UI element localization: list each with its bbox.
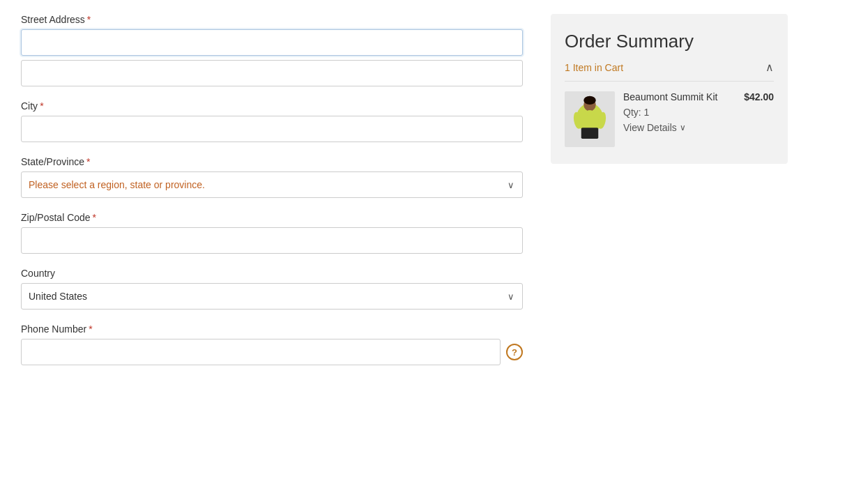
order-summary-header: 1 Item in Cart ∧	[565, 61, 774, 82]
zip-postal-label: Zip/Postal Code*	[21, 212, 523, 223]
state-province-select[interactable]: Please select a region, state or provinc…	[21, 171, 523, 198]
items-in-cart: 1 Item in Cart	[565, 62, 623, 73]
country-select[interactable]: United States Canada United Kingdom Aust…	[21, 283, 523, 310]
zip-required: *	[93, 212, 96, 223]
street-address-required: *	[87, 14, 91, 25]
svg-point-6	[583, 96, 596, 105]
country-group: Country United States Canada United King…	[21, 268, 523, 310]
svg-rect-3	[581, 128, 599, 139]
item-details: Beaumont Summit Kit $42.00 Qty: 1 View D…	[623, 91, 774, 133]
city-group: City*	[21, 100, 523, 142]
phone-input[interactable]	[21, 339, 501, 365]
street-address-label: Street Address*	[21, 14, 523, 25]
item-thumbnail	[565, 91, 615, 147]
country-label: Country	[21, 268, 523, 279]
svg-point-2	[586, 110, 594, 116]
phone-label-text: Phone Number	[21, 323, 86, 335]
street-address-line2-input[interactable]	[21, 60, 523, 86]
city-required: *	[40, 100, 43, 112]
phone-row: ?	[21, 339, 523, 365]
state-required: *	[86, 156, 90, 167]
city-label: City*	[21, 100, 523, 112]
item-name-price-row: Beaumont Summit Kit $42.00	[623, 91, 774, 102]
zip-postal-input[interactable]	[21, 227, 523, 254]
street-address-label-text: Street Address	[21, 14, 85, 25]
street-address-group: Street Address*	[21, 14, 523, 86]
street-address-line1-input[interactable]	[21, 29, 523, 56]
phone-required: *	[89, 323, 92, 335]
state-province-label: State/Province*	[21, 156, 523, 167]
order-summary-panel: Order Summary 1 Item in Cart ∧	[551, 14, 788, 164]
form-section: Street Address* City* State/Province* Pl…	[21, 14, 523, 490]
order-summary-title: Order Summary	[565, 31, 774, 52]
zip-postal-group: Zip/Postal Code*	[21, 212, 523, 254]
state-province-group: State/Province* Please select a region, …	[21, 156, 523, 198]
view-details-button[interactable]: View Details ∨	[623, 122, 686, 133]
product-image-svg	[569, 95, 611, 144]
item-name: Beaumont Summit Kit	[623, 91, 717, 102]
page-wrapper: Street Address* City* State/Province* Pl…	[0, 0, 847, 504]
zip-postal-label-text: Zip/Postal Code	[21, 212, 91, 223]
phone-label: Phone Number*	[21, 323, 523, 335]
cart-item: Beaumont Summit Kit $42.00 Qty: 1 View D…	[565, 91, 774, 147]
chevron-down-icon: ∨	[680, 123, 686, 132]
state-select-wrapper: Please select a region, state or provinc…	[21, 171, 523, 198]
item-price: $42.00	[744, 91, 774, 102]
help-icon-label: ?	[512, 347, 517, 358]
phone-help-icon[interactable]: ?	[506, 344, 523, 360]
country-label-text: Country	[21, 268, 55, 279]
item-qty: Qty: 1	[623, 107, 774, 118]
phone-group: Phone Number* ?	[21, 323, 523, 365]
view-details-label: View Details	[623, 122, 677, 133]
collapse-icon[interactable]: ∧	[765, 61, 774, 74]
country-select-wrapper: United States Canada United Kingdom Aust…	[21, 283, 523, 310]
city-input[interactable]	[21, 116, 523, 142]
state-province-label-text: State/Province	[21, 156, 84, 167]
city-label-text: City	[21, 100, 38, 112]
